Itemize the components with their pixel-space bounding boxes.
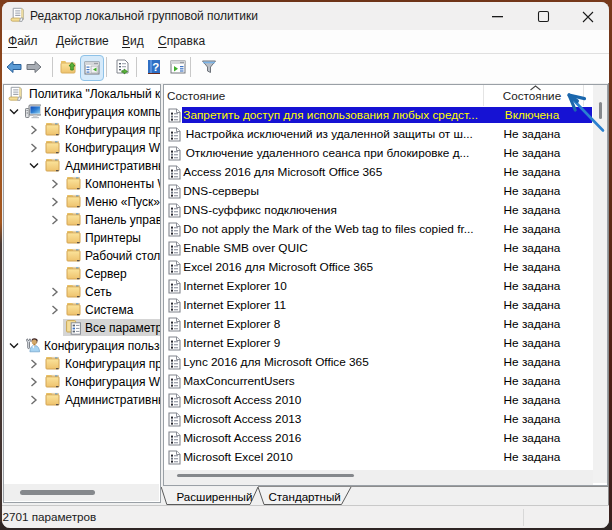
svg-text:Расширенный: Расширенный (177, 490, 253, 503)
svg-text:?: ? (152, 61, 159, 73)
svg-text:Стандартный: Стандартный (269, 490, 341, 503)
